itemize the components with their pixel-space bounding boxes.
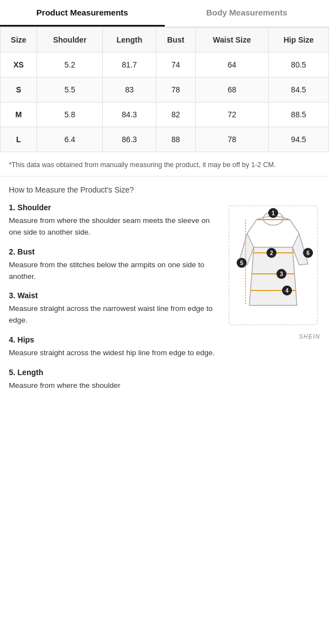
how-to-title: How to Measure the Product's Size? bbox=[9, 185, 320, 194]
svg-line-3 bbox=[290, 220, 299, 233]
disclaimer-text: *This data was obtained from manually me… bbox=[0, 152, 329, 176]
measure-item-title: 5. Length bbox=[9, 368, 220, 377]
table-cell: M bbox=[1, 102, 37, 127]
svg-text:6: 6 bbox=[306, 250, 310, 256]
table-cell: 84.5 bbox=[268, 77, 328, 102]
table-row: XS5.281.7746480.5 bbox=[1, 53, 329, 77]
measure-item-1: 1. ShoulderMeasure from where the should… bbox=[9, 203, 220, 238]
table-cell: 78 bbox=[195, 127, 268, 152]
table-row: L6.486.3887894.5 bbox=[1, 127, 329, 152]
measure-item-3: 3. WaistMeasure straight across the narr… bbox=[9, 291, 220, 326]
table-cell: 86.3 bbox=[103, 127, 156, 152]
measure-content: 1. ShoulderMeasure from where the should… bbox=[9, 203, 320, 401]
table-header-size: Size bbox=[1, 28, 37, 53]
measure-item-title: 1. Shoulder bbox=[9, 203, 220, 212]
table-row: S5.583786884.5 bbox=[1, 77, 329, 102]
measure-item-desc: Measure from where the shoulder seam mee… bbox=[9, 215, 220, 238]
table-cell: 5.5 bbox=[37, 77, 103, 102]
table-cell: 81.7 bbox=[103, 53, 156, 77]
table-cell: 88.5 bbox=[268, 102, 328, 127]
table-cell: 84.3 bbox=[103, 102, 156, 127]
table-cell: 6.4 bbox=[37, 127, 103, 152]
garment-svg: 1 2 3 4 5 6 bbox=[226, 203, 320, 330]
table-cell: XS bbox=[1, 53, 37, 77]
table-cell: 88 bbox=[156, 127, 195, 152]
how-to-section: How to Measure the Product's Size? 1. Sh… bbox=[0, 185, 329, 401]
table-header-bust: Bust bbox=[156, 28, 195, 53]
table-cell: 94.5 bbox=[268, 127, 328, 152]
svg-text:5: 5 bbox=[240, 260, 243, 266]
measure-item-2: 2. BustMeasure from the stitches below t… bbox=[9, 247, 220, 283]
measurements-table: SizeShoulderLengthBustWaist SizeHip Size… bbox=[0, 27, 329, 152]
measure-item-desc: Measure from the stitches below the armp… bbox=[9, 259, 220, 283]
measure-item-title: 3. Waist bbox=[9, 291, 220, 300]
table-cell: 72 bbox=[195, 102, 268, 127]
measure-item-desc: Measure straight across the narrowest wa… bbox=[9, 303, 220, 326]
svg-text:2: 2 bbox=[270, 250, 273, 256]
table-cell: S bbox=[1, 77, 37, 102]
brand-label: SHEIN bbox=[226, 333, 320, 340]
table-cell: 83 bbox=[103, 77, 156, 102]
garment-diagram: 1 2 3 4 5 6 bbox=[226, 203, 320, 401]
table-header-waist-size: Waist Size bbox=[195, 28, 268, 53]
table-cell: 78 bbox=[156, 77, 195, 102]
table-header-shoulder: Shoulder bbox=[37, 28, 103, 53]
table-header-hip-size: Hip Size bbox=[268, 28, 328, 53]
tab-bar: Product Measurements Body Measurements bbox=[0, 0, 329, 27]
table-cell: 74 bbox=[156, 53, 195, 77]
measure-text: 1. ShoulderMeasure from where the should… bbox=[9, 203, 220, 401]
measure-item-desc: Measure straight across the widest hip l… bbox=[9, 347, 220, 359]
tab-body-measurements[interactable]: Body Measurements bbox=[165, 0, 330, 27]
table-header-length: Length bbox=[103, 28, 156, 53]
measure-item-title: 2. Bust bbox=[9, 247, 220, 256]
measure-item-title: 4. Hips bbox=[9, 335, 220, 344]
table-cell: 64 bbox=[195, 53, 268, 77]
table-cell: 68 bbox=[195, 77, 268, 102]
svg-text:1: 1 bbox=[271, 210, 275, 216]
svg-text:4: 4 bbox=[285, 288, 289, 294]
table-cell: 5.2 bbox=[37, 53, 103, 77]
table-cell: L bbox=[1, 127, 37, 152]
measure-item-4: 4. HipsMeasure straight across the wides… bbox=[9, 335, 220, 359]
table-cell: 5.8 bbox=[37, 102, 103, 127]
table-cell: 82 bbox=[156, 102, 195, 127]
measure-item-desc: Measure from where the shoulder bbox=[9, 380, 220, 392]
measure-item-5: 5. LengthMeasure from where the shoulder bbox=[9, 368, 220, 392]
table-cell: 80.5 bbox=[268, 53, 328, 77]
svg-text:3: 3 bbox=[280, 271, 283, 277]
svg-line-2 bbox=[247, 220, 257, 233]
tab-product-measurements[interactable]: Product Measurements bbox=[0, 0, 165, 27]
table-row: M5.884.3827288.5 bbox=[1, 102, 329, 127]
